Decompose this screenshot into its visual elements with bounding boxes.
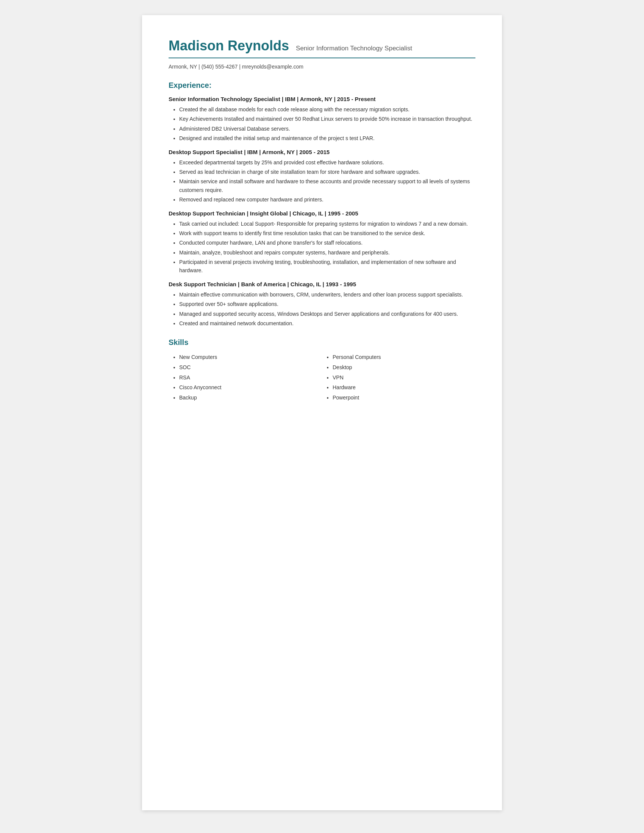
experience-section: Experience: Senior Information Technolog… — [169, 81, 475, 328]
job-title-3: Desktop Support Technician | Insight Glo… — [169, 210, 475, 217]
skill-item: Personal Computers — [333, 352, 475, 362]
job-bullets-3: Task carried out included: Local Support… — [179, 220, 475, 275]
skill-item: Desktop — [333, 362, 475, 373]
job-title-4: Desk Support Technician | Bank of Americ… — [169, 281, 475, 287]
job-bullets-2: Exceeded departmental targets by 25% and… — [179, 158, 475, 204]
bullet-item: Work with support teams to identify firs… — [179, 229, 475, 237]
skill-item: SOC — [179, 362, 322, 373]
bullet-item: Key Achievements Installed and maintaine… — [179, 115, 475, 123]
resume-header: Madison Reynolds Senior Information Tech… — [169, 38, 475, 54]
skill-item: Cisco Anyconnect — [179, 383, 322, 392]
skills-col-2: Personal Computers Desktop VPN Hardware … — [322, 352, 475, 402]
bullet-item: Task carried out included: Local Support… — [179, 220, 475, 228]
candidate-title: Senior Information Technology Specialist — [296, 45, 412, 52]
bullet-item: Removed and replaced new computer hardwa… — [179, 195, 475, 204]
bullet-item: Exceeded departmental targets by 25% and… — [179, 158, 475, 167]
bullet-item: Supported over 50+ software applications… — [179, 300, 475, 308]
skill-item: Powerpoint — [333, 392, 475, 403]
skill-item: Backup — [179, 392, 322, 403]
bullet-item: Participated in several projects involvi… — [179, 258, 475, 275]
bullet-item: Managed and supported security access, W… — [179, 310, 475, 318]
bullet-item: Maintain, analyze, troubleshoot and repa… — [179, 248, 475, 257]
job-title-1: Senior Information Technology Specialist… — [169, 96, 475, 102]
skill-item: New Computers — [179, 352, 322, 362]
job-bullets-4: Maintain effective communication with bo… — [179, 290, 475, 328]
bullet-item: Conducted computer hardware, LAN and pho… — [179, 238, 475, 247]
resume-document: Madison Reynolds Senior Information Tech… — [142, 15, 502, 810]
experience-title: Experience: — [169, 81, 475, 90]
skills-title: Skills — [169, 338, 475, 347]
bullet-item: Maintain effective communication with bo… — [179, 290, 475, 299]
skills-col-1: New Computers SOC RSA Cisco Anyconnect B… — [169, 352, 322, 402]
header-divider — [169, 58, 475, 58]
bullet-item: Created the all database models for each… — [179, 105, 475, 114]
skill-item: VPN — [333, 373, 475, 383]
candidate-name: Madison Reynolds — [169, 38, 289, 54]
bullet-item: Maintain service and install software an… — [179, 177, 475, 194]
bullet-item: Administered DB2 Universal Database serv… — [179, 125, 475, 133]
job-title-2: Desktop Support Specialist | IBM | Armon… — [169, 149, 475, 155]
contact-info: Armonk, NY | (540) 555-4267 | mreynolds@… — [169, 64, 475, 70]
bullet-item: Served as lead technician in charge of s… — [179, 168, 475, 176]
bullet-item: Designed and installed the initial setup… — [179, 134, 475, 142]
skill-item: RSA — [179, 373, 322, 383]
skills-section: Skills New Computers SOC RSA Cisco Anyco… — [169, 338, 475, 402]
skill-item: Hardware — [333, 383, 475, 392]
skills-grid: New Computers SOC RSA Cisco Anyconnect B… — [169, 352, 475, 402]
job-bullets-1: Created the all database models for each… — [179, 105, 475, 143]
bullet-item: Created and maintained network documenta… — [179, 319, 475, 328]
